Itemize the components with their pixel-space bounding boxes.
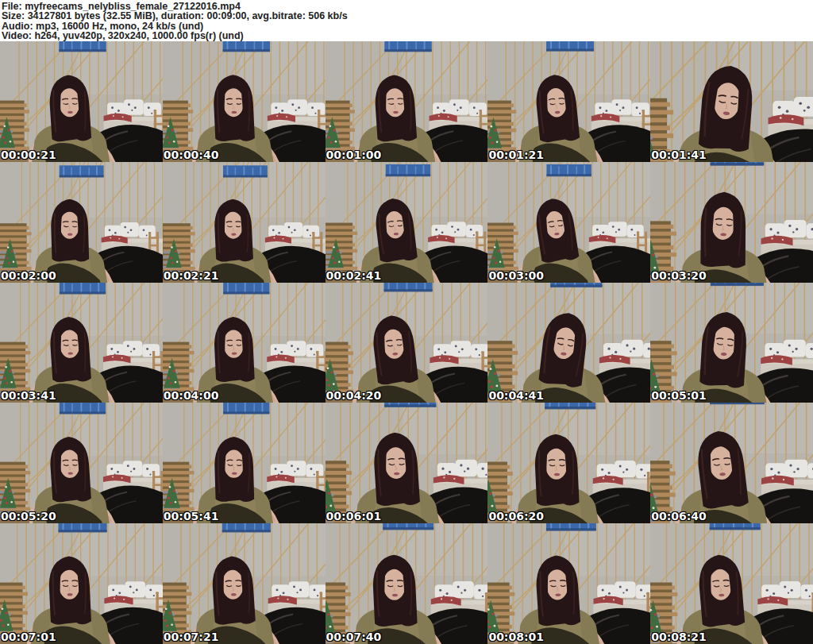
thumbnail-cell: 00:03:20	[650, 162, 813, 283]
thumbnail-cell: 00:00:40	[163, 41, 326, 162]
thumbnail-image	[487, 283, 650, 403]
thumbnail-cell: 00:08:21	[650, 523, 813, 644]
thumbnail-image	[163, 162, 326, 283]
thumbnail-cell: 00:08:01	[487, 523, 650, 644]
thumbnail-cell: 00:07:01	[0, 523, 163, 644]
timestamp-label: 00:05:20	[1, 510, 56, 523]
thumbnail-cell: 00:01:00	[326, 41, 488, 162]
thumbnail-cell: 00:04:00	[163, 283, 326, 403]
thumbnail-cell: 00:00:21	[0, 41, 163, 162]
thumbnail-image	[326, 283, 488, 403]
timestamp-label: 00:07:40	[326, 631, 382, 643]
thumbnail-image	[487, 162, 650, 283]
thumbnail-image	[0, 403, 163, 523]
thumbnail-image	[326, 523, 488, 644]
thumbnail-cell: 00:02:00	[0, 162, 163, 283]
timestamp-label: 00:04:41	[488, 389, 544, 402]
thumbnail-image	[650, 523, 813, 644]
thumbnail-image	[326, 403, 488, 523]
timestamp-label: 00:00:21	[1, 148, 56, 161]
thumbnail-cell: 00:02:21	[163, 162, 326, 283]
thumbnail-cell: 00:04:20	[326, 283, 488, 403]
thumbnail-image	[0, 41, 163, 162]
thumbnail-image	[650, 162, 813, 283]
thumbnail-cell: 00:02:41	[326, 162, 488, 283]
timestamp-label: 00:05:41	[164, 510, 219, 523]
timestamp-label: 00:07:01	[1, 631, 56, 643]
timestamp-label: 00:08:01	[488, 631, 544, 643]
thumbnail-image	[0, 283, 163, 403]
header-line-size: Size: 34127801 bytes (32.55 MiB), durati…	[2, 11, 813, 21]
timestamp-label: 00:03:20	[651, 269, 707, 282]
timestamp-label: 00:03:41	[1, 389, 56, 402]
timestamp-label: 00:02:41	[326, 269, 382, 282]
thumbnail-image	[650, 41, 813, 162]
thumbnail-cell: 00:06:20	[487, 403, 650, 523]
timestamp-label: 00:03:00	[488, 269, 544, 282]
thumbnail-image	[163, 403, 326, 523]
thumbnail-cell: 00:01:41	[650, 41, 813, 162]
thumbnail-cell: 00:06:40	[650, 403, 813, 523]
thumbnail-cell: 00:03:41	[0, 283, 163, 403]
thumbnail-cell: 00:03:00	[487, 162, 650, 283]
thumbnail-cell: 00:06:01	[326, 403, 488, 523]
timestamp-label: 00:06:40	[651, 510, 707, 523]
timestamp-label: 00:05:01	[651, 389, 707, 402]
thumbnail-cell: 00:01:21	[487, 41, 650, 162]
thumbnail-image	[487, 403, 650, 523]
timestamp-label: 00:00:40	[164, 148, 219, 161]
thumbnail-cell: 00:05:20	[0, 403, 163, 523]
timestamp-label: 00:01:21	[488, 148, 544, 161]
thumbnail-image	[163, 41, 326, 162]
thumbnail-grid: 00:00:21	[0, 41, 813, 644]
thumbnail-image	[487, 523, 650, 644]
thumbnail-cell: 00:07:21	[163, 523, 326, 644]
timestamp-label: 00:04:20	[326, 389, 382, 402]
header-line-video: Video: h264, yuv420p, 320x240, 1000.00 f…	[2, 31, 813, 40]
thumbnail-image	[487, 41, 650, 162]
timestamp-label: 00:08:21	[651, 631, 707, 643]
thumbnail-image	[326, 162, 488, 283]
thumbnail-cell: 00:05:01	[650, 283, 813, 403]
thumbnail-image	[163, 283, 326, 403]
timestamp-label: 00:02:21	[164, 269, 219, 282]
timestamp-label: 00:01:00	[326, 148, 382, 161]
timestamp-label: 00:07:21	[164, 631, 219, 643]
thumbnail-cell: 00:05:41	[163, 403, 326, 523]
thumbnail-image	[0, 523, 163, 644]
thumbnail-cell: 00:07:40	[326, 523, 488, 644]
timestamp-label: 00:04:00	[164, 389, 219, 402]
metadata-header: File: myfreecams_nelybliss_female_271220…	[0, 0, 813, 41]
thumbnail-image	[163, 523, 326, 644]
thumbnail-image	[326, 41, 488, 162]
thumbnail-image	[650, 283, 813, 403]
timestamp-label: 00:01:41	[651, 148, 707, 161]
contact-sheet: File: myfreecams_nelybliss_female_271220…	[0, 0, 813, 644]
thumbnail-image	[650, 403, 813, 523]
timestamp-label: 00:06:01	[326, 510, 382, 523]
thumbnail-cell: 00:04:41	[487, 283, 650, 403]
timestamp-label: 00:02:00	[1, 269, 56, 282]
thumbnail-image	[0, 162, 163, 283]
timestamp-label: 00:06:20	[488, 510, 544, 523]
